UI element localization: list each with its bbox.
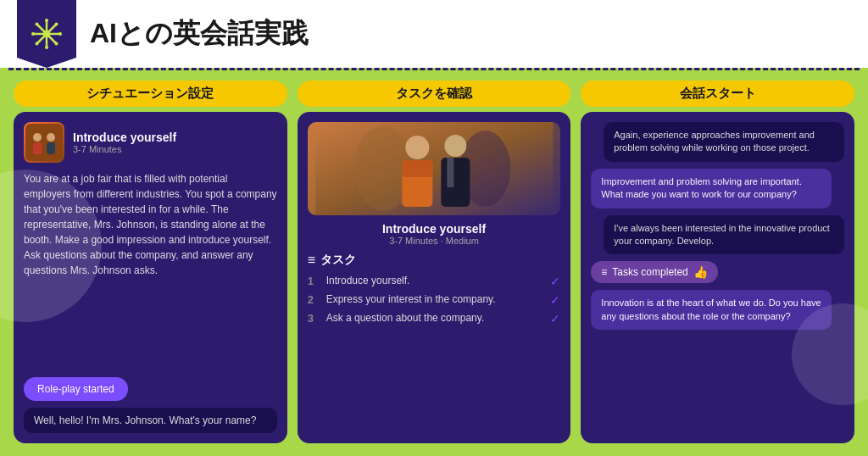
task-main-title: Introduce yourself — [308, 222, 561, 236]
svg-point-21 — [405, 136, 429, 159]
task-number: 1 — [308, 275, 320, 287]
svg-point-24 — [444, 135, 466, 157]
situation-chat-bubble: Well, hello! I'm Mrs. Johnson. What's yo… — [24, 408, 277, 433]
scenario-title: Introduce yourself — [73, 131, 176, 144]
svg-point-5 — [45, 46, 48, 49]
svg-rect-26 — [447, 158, 453, 187]
svg-point-8 — [36, 23, 39, 26]
tasks-column: タスクを確認 — [298, 81, 571, 443]
tasks-card: Introduce yourself 3-7 Minutes · Medium … — [298, 112, 571, 443]
svg-point-9 — [55, 42, 58, 46]
chat-message-2: Improvement and problem solving are impo… — [591, 169, 832, 209]
svg-point-4 — [45, 19, 48, 22]
task-section-title: タスク — [320, 253, 356, 268]
svg-point-14 — [33, 133, 42, 142]
task-number: 2 — [308, 293, 320, 306]
svg-point-12 — [43, 31, 50, 37]
chat-label: 会話スタート — [581, 81, 854, 107]
badge-text: Tasks completed — [612, 266, 687, 278]
task-text: Express your interest in the company. — [326, 293, 496, 305]
scenario-time: 3-7 Minutes — [73, 144, 176, 154]
task-section-header: ≡ タスク — [308, 253, 561, 268]
task-scenario-image — [308, 122, 561, 215]
situation-header: Introduce yourself 3-7 Minutes — [24, 122, 277, 163]
svg-rect-25 — [441, 158, 470, 207]
svg-rect-23 — [402, 160, 432, 177]
task-item: 3 Ask a question about the company. ✓ — [308, 312, 561, 325]
logo-banner — [17, 0, 76, 68]
task-title-area: Introduce yourself 3-7 Minutes · Medium — [308, 222, 561, 246]
role-play-button[interactable]: Role-play started — [24, 377, 128, 401]
badge-list-icon: ≡ — [601, 266, 607, 278]
svg-rect-18 — [315, 122, 553, 215]
task-check-icon: ✓ — [550, 312, 560, 325]
page-title: AIとの英会話実践 — [90, 15, 309, 53]
task-item: 2 Express your interest in the company. … — [308, 293, 561, 307]
svg-point-16 — [47, 133, 55, 142]
svg-point-10 — [55, 23, 58, 26]
task-item: 1 Introduce yourself. ✓ — [308, 275, 561, 288]
svg-point-11 — [36, 42, 39, 46]
task-text: Introduce yourself. — [326, 275, 410, 286]
tasks-completed-badge: ≡ Tasks completed 👍 — [591, 261, 717, 283]
chat-message-3: I've always been interested in the innov… — [604, 215, 844, 255]
main-content: シチュエーション設定 Introduce yourse — [0, 70, 868, 453]
svg-rect-15 — [33, 142, 42, 154]
svg-rect-17 — [47, 142, 55, 154]
header: AIとの英会話実践 — [0, 0, 868, 68]
task-meta: 3-7 Minutes · Medium — [308, 236, 561, 246]
chat-message-1: Again, experience approaches improvement… — [604, 122, 844, 162]
task-list: 1 Introduce yourself. ✓ 2 Express your i… — [308, 275, 561, 325]
task-number: 3 — [308, 312, 320, 325]
task-list-icon: ≡ — [308, 253, 315, 268]
scenario-info: Introduce yourself 3-7 Minutes — [73, 131, 176, 154]
dashed-separator — [8, 68, 860, 70]
task-check-icon: ✓ — [550, 275, 560, 288]
task-check-icon: ✓ — [550, 293, 560, 307]
scenario-thumbnail — [24, 122, 64, 163]
tasks-label: タスクを確認 — [298, 81, 571, 107]
svg-point-7 — [58, 32, 62, 36]
svg-rect-13 — [25, 124, 63, 161]
task-text: Ask a question about the company. — [326, 312, 485, 324]
situation-label: シチュエーション設定 — [14, 81, 287, 107]
svg-point-6 — [31, 32, 35, 36]
logo-icon — [29, 16, 64, 52]
chat-message-4: Innovation is at the heart of what we do… — [591, 290, 832, 330]
badge-thumbs-icon: 👍 — [693, 265, 708, 279]
